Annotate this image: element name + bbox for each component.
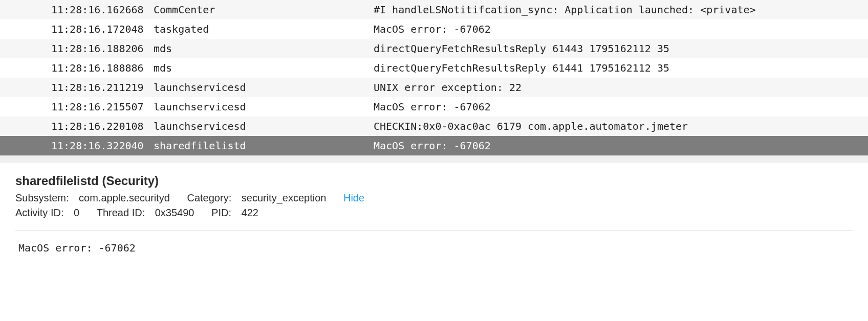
log-message: directQueryFetchResultsReply 61443 17951… bbox=[374, 39, 868, 58]
log-row[interactable]: 11:28:16.211219launchservicesdUNIX error… bbox=[0, 78, 868, 97]
log-process: launchservicesd bbox=[154, 117, 374, 136]
hide-link[interactable]: Hide bbox=[343, 192, 364, 203]
log-process: launchservicesd bbox=[154, 78, 374, 97]
log-process: launchservicesd bbox=[154, 97, 374, 117]
log-message: MacOS error: -67062 bbox=[374, 136, 868, 155]
details-pane: sharedfilelistd (Security) Subsystem: co… bbox=[0, 163, 868, 259]
log-time: 11:28:16.215507 bbox=[0, 97, 154, 117]
log-table: 11:28:16.162668CommCenter#I handleLSNoti… bbox=[0, 0, 868, 155]
log-row[interactable]: 11:28:16.188886mdsdirectQueryFetchResult… bbox=[0, 58, 868, 78]
log-row[interactable]: 11:28:16.220108launchservicesdCHECKIN:0x… bbox=[0, 117, 868, 136]
activity-id-value: 0 bbox=[74, 207, 79, 218]
thread-id-label: Thread ID: bbox=[97, 207, 145, 218]
log-process: sharedfilelistd bbox=[154, 136, 374, 155]
log-time: 11:28:16.162668 bbox=[0, 0, 154, 19]
subsystem-label: Subsystem: bbox=[15, 192, 69, 203]
thread-id-value: 0x35490 bbox=[155, 207, 194, 218]
log-process: mds bbox=[154, 39, 374, 58]
log-message: directQueryFetchResultsReply 61441 17951… bbox=[374, 58, 868, 78]
log-message: CHECKIN:0x0-0xac0ac 6179 com.apple.autom… bbox=[374, 117, 868, 136]
log-time: 11:28:16.322040 bbox=[0, 136, 154, 155]
activity-id-label: Activity ID: bbox=[15, 207, 63, 218]
category-label: Category: bbox=[187, 192, 231, 203]
log-message: #I handleLSNotitifcation_sync: Applicati… bbox=[374, 0, 868, 19]
log-message: MacOS error: -67062 bbox=[374, 97, 868, 117]
log-row[interactable]: 11:28:16.215507launchservicesdMacOS erro… bbox=[0, 97, 868, 117]
log-time: 11:28:16.172048 bbox=[0, 19, 154, 39]
log-process: CommCenter bbox=[154, 0, 374, 19]
pane-divider[interactable] bbox=[0, 155, 868, 163]
log-row[interactable]: 11:28:16.162668CommCenter#I handleLSNoti… bbox=[0, 0, 868, 19]
log-message: UNIX error exception: 22 bbox=[374, 78, 868, 97]
details-meta-line-1: Subsystem: com.apple.securityd Category:… bbox=[15, 192, 853, 204]
details-separator bbox=[15, 230, 853, 231]
pid-value: 422 bbox=[242, 207, 258, 218]
log-time: 11:28:16.220108 bbox=[0, 117, 154, 136]
log-process: taskgated bbox=[154, 19, 374, 39]
pid-label: PID: bbox=[211, 207, 231, 218]
log-process: mds bbox=[154, 58, 374, 78]
category-value: security_exception bbox=[242, 192, 327, 203]
log-row[interactable]: 11:28:16.322040sharedfilelistdMacOS erro… bbox=[0, 136, 868, 155]
log-row[interactable]: 11:28:16.188206mdsdirectQueryFetchResult… bbox=[0, 39, 868, 58]
details-title: sharedfilelistd (Security) bbox=[15, 174, 853, 188]
subsystem-value: com.apple.securityd bbox=[79, 192, 170, 203]
log-message: MacOS error: -67062 bbox=[374, 19, 868, 39]
details-meta-line-2: Activity ID: 0 Thread ID: 0x35490 PID: 4… bbox=[15, 207, 853, 219]
log-row[interactable]: 11:28:16.172048taskgatedMacOS error: -67… bbox=[0, 19, 868, 39]
log-time: 11:28:16.188206 bbox=[0, 39, 154, 58]
details-body: MacOS error: -67062 bbox=[15, 242, 853, 254]
log-time: 11:28:16.188886 bbox=[0, 58, 154, 78]
log-time: 11:28:16.211219 bbox=[0, 78, 154, 97]
